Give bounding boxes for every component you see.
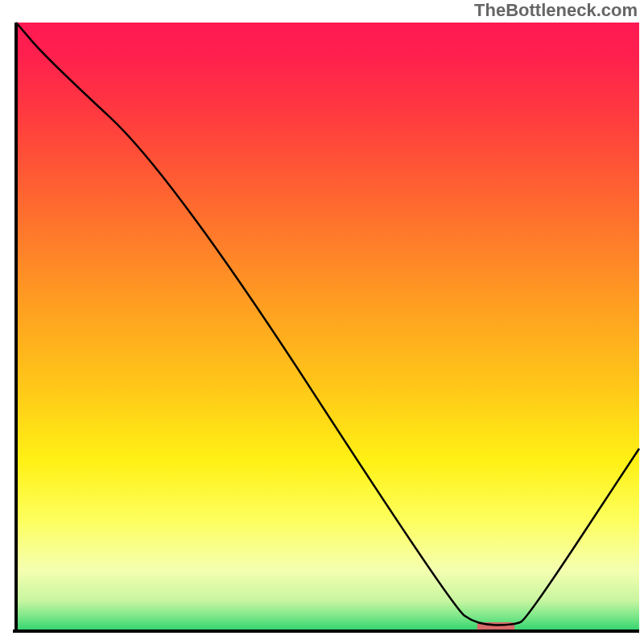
plot-background xyxy=(16,23,639,631)
chart-container: TheBottleneck.com xyxy=(0,0,644,644)
watermark-text: TheBottleneck.com xyxy=(474,0,638,21)
chart-svg xyxy=(0,0,644,644)
